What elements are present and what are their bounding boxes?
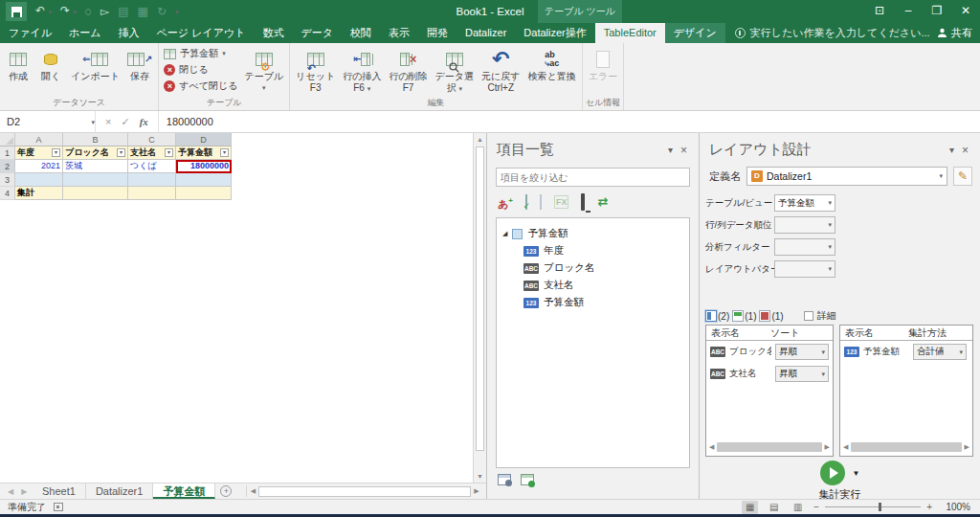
restore-button[interactable]: ❐ [923, 0, 951, 23]
worksheet-vertical-scrollbar[interactable]: ▲ ▼ [473, 133, 486, 483]
close-table-button[interactable]: × 閉じる [164, 62, 237, 78]
table-menu-button[interactable]: ⚙ テーブル ▾ [241, 44, 288, 94]
share-button[interactable]: 共有 [937, 23, 972, 43]
tab-developer[interactable]: 開発 [418, 23, 457, 43]
scroll-down-icon[interactable]: ▼ [474, 470, 486, 483]
filter-icon[interactable]: ▾ [52, 148, 60, 157]
list-item-branch[interactable]: ABC 支社名 昇順 ▾ [706, 363, 833, 385]
tab-view[interactable]: 表示 [380, 23, 418, 43]
undo-revert-button[interactable]: ↶ 元に戻すCtrl+Z [478, 44, 523, 94]
filter-icon[interactable]: ▾ [165, 148, 173, 157]
sheet-tab-budget[interactable]: 予算金額 [153, 483, 215, 499]
cell-d4[interactable] [176, 187, 232, 200]
list-item-budget[interactable]: 123 予算金額 合計値 ▾ [840, 341, 972, 363]
row-col-order-select[interactable]: ▾ [774, 216, 835, 234]
page-break-view-icon[interactable]: ▥ [790, 501, 806, 514]
select-all-corner[interactable] [0, 133, 15, 146]
item-tree[interactable]: ◢ 予算金額 123 年度 ABC ブロック名 ABC 支社名 123 予算金額 [496, 217, 690, 468]
panel-menu-icon[interactable]: ▾ [664, 145, 677, 155]
panel-close-icon[interactable]: × [958, 144, 972, 157]
table-view-select[interactable]: 予算金額 ▾ [774, 194, 835, 212]
sheet-nav-left-icon[interactable]: ◀ [8, 487, 13, 496]
definition-select[interactable]: D Datalizer1 ▾ [746, 167, 947, 186]
scroll-right-icon[interactable]: ▶ [965, 443, 969, 451]
cell-d2-selected[interactable]: 18000000 [176, 160, 232, 173]
scroll-left-icon[interactable]: ◀ [247, 487, 258, 495]
tree-checkbox[interactable] [512, 229, 523, 239]
panel-menu-icon[interactable]: ▾ [946, 145, 958, 155]
edit-definition-button[interactable]: ✎ [953, 167, 972, 186]
item-search-input[interactable] [497, 169, 689, 186]
tab-datalizer[interactable]: Datalizer [457, 23, 515, 43]
tree-root-budget[interactable]: ◢ 予算金額 [502, 225, 683, 242]
column-area-tab-icon[interactable] [732, 310, 744, 322]
delete-row-button[interactable]: × 行の削除F7 [385, 44, 431, 94]
detail-checkbox[interactable] [804, 311, 813, 321]
aggregation-select-budget[interactable]: 合計値 ▾ [913, 344, 967, 360]
tab-datalizer-ops[interactable]: Datalizer操作 [515, 23, 594, 43]
item-search-box[interactable] [496, 168, 690, 187]
cell-a2[interactable]: 2021 [15, 160, 63, 173]
normal-view-icon[interactable]: ▦ [742, 501, 758, 514]
tell-me-box[interactable]: 実行したい作業を入力してください... [725, 23, 930, 43]
zoom-out-icon[interactable]: − [813, 502, 819, 512]
column-header-c[interactable]: C [128, 133, 176, 146]
layout-pattern-select[interactable]: ▾ [774, 260, 835, 278]
close-button[interactable]: ✕ [951, 0, 980, 23]
scroll-right-icon[interactable]: ▶ [825, 443, 830, 451]
insert-row-button[interactable]: ⇤ 行の挿入 F6 ▾ [339, 44, 385, 95]
tab-home[interactable]: ホーム [60, 23, 110, 43]
enter-check-icon[interactable]: ✓ [121, 116, 129, 128]
column-header-a[interactable]: A [15, 133, 63, 146]
new-sheet-button[interactable]: + [215, 483, 236, 499]
row-area-tab-icon[interactable] [705, 310, 717, 322]
cell-c3[interactable] [128, 173, 176, 187]
cell-d3[interactable] [176, 173, 232, 187]
cell-a3[interactable] [15, 173, 63, 187]
row-header-3[interactable]: 3 [0, 173, 15, 187]
scroll-left-icon[interactable]: ◀ [843, 443, 848, 451]
filter-icon[interactable]: ▾ [220, 148, 229, 157]
cell-b4[interactable] [63, 187, 128, 200]
cell-c4[interactable] [128, 187, 176, 200]
save-table-button[interactable]: ↗ 保存 [123, 44, 156, 82]
sort-items-icon[interactable]: あ+ [498, 194, 513, 211]
scroll-up-icon[interactable]: ▲ [474, 133, 486, 146]
execute-play-button[interactable] [820, 461, 845, 485]
macro-record-icon[interactable] [54, 503, 63, 511]
sheet-tab-sheet1[interactable]: Sheet1 [33, 483, 86, 499]
budget-table-menu-button[interactable]: 予算金額▾ [164, 46, 237, 61]
name-box[interactable]: D2 ▾ [0, 111, 96, 133]
list-horizontal-scrollbar[interactable]: ◀▶ [843, 441, 969, 453]
tree-item-year[interactable]: 123 年度 [502, 242, 683, 259]
zoom-in-icon[interactable]: + [926, 502, 932, 512]
ribbon-display-options-button[interactable]: ⊡ [865, 0, 894, 23]
monitor-icon[interactable] [581, 193, 585, 211]
cell-d1[interactable]: 予算金額▾ [176, 146, 232, 160]
minimize-button[interactable]: – [894, 0, 923, 23]
page-layout-view-icon[interactable]: ▤ [766, 501, 782, 514]
tab-file[interactable]: ファイル [0, 23, 60, 43]
cell-c1[interactable]: 支社名▾ [128, 146, 176, 160]
column-header-b[interactable]: B [63, 133, 128, 146]
reset-button[interactable]: ↶ リセットF3 [292, 44, 339, 94]
tab-review[interactable]: 校閲 [342, 23, 380, 43]
close-all-tables-button[interactable]: × すべて閉じる [164, 79, 237, 94]
cell-a1[interactable]: 年度▾ [15, 146, 63, 160]
analysis-filter-select[interactable]: ▾ [774, 238, 835, 256]
zoom-level[interactable]: 100% [940, 502, 970, 512]
list-item-block[interactable]: ABC ブロック名 昇順 ▾ [706, 341, 833, 363]
formula-input[interactable]: 18000000 [159, 116, 213, 127]
sort-select-branch[interactable]: 昇順 ▾ [775, 366, 829, 382]
zoom-slider-track[interactable] [825, 506, 921, 507]
scroll-right-icon[interactable]: ▶ [471, 487, 482, 495]
tab-design[interactable]: デザイン [665, 23, 725, 43]
import-button[interactable]: ⇐ インポート [67, 44, 123, 82]
cancel-icon[interactable]: × [105, 116, 111, 127]
scrollbar-thumb[interactable] [851, 442, 961, 452]
open-button[interactable]: 開く [34, 44, 67, 82]
sheet-tab-datalizer1[interactable]: Datalizer1 [86, 483, 154, 499]
value-area-tab-icon[interactable] [759, 310, 770, 322]
panel-close-icon[interactable]: × [677, 144, 691, 157]
table-sync-icon[interactable] [521, 474, 534, 485]
